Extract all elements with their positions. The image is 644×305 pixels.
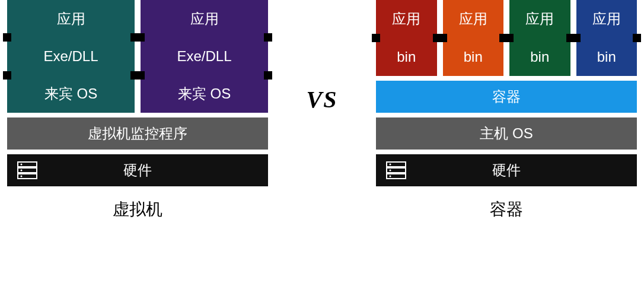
vm-guest-os-cell: 来宾 OS: [141, 75, 268, 113]
container-stack-3: 应用 bin: [509, 0, 570, 76]
container-stack-4: 应用 bin: [576, 0, 637, 76]
svg-point-4: [21, 170, 23, 171]
container-side: 应用 bin 应用 bin 应用 bin 应用 bin 容器 主机 OS: [369, 0, 644, 305]
svg-point-5: [21, 176, 23, 177]
vm-vs-container-diagram: 应用 Exe/DLL 来宾 OS 应用 Exe/DLL 来宾 OS 虚拟机监控程…: [0, 0, 644, 305]
container-bin-cell: bin: [509, 38, 570, 76]
vs-badge: VS: [298, 83, 346, 116]
vm-stack-2: 应用 Exe/DLL 来宾 OS: [141, 0, 268, 113]
vm-stacks: 应用 Exe/DLL 来宾 OS 应用 Exe/DLL 来宾 OS: [7, 0, 268, 113]
svg-point-10: [390, 170, 391, 171]
vm-caption: 虚拟机: [7, 186, 268, 221]
container-caption: 容器: [376, 186, 637, 221]
svg-point-9: [390, 164, 391, 166]
vm-app-cell: 应用: [141, 0, 268, 37]
hardware-label: 硬件: [492, 161, 521, 180]
hardware-bar: 硬件: [7, 154, 268, 186]
server-icon: [15, 158, 39, 182]
vm-side: 应用 Exe/DLL 来宾 OS 应用 Exe/DLL 来宾 OS 虚拟机监控程…: [0, 0, 369, 305]
container-bin-cell: bin: [376, 38, 437, 76]
svg-point-3: [21, 164, 23, 166]
vm-exe-cell: Exe/DLL: [7, 37, 135, 75]
container-engine-bar: 容器: [376, 81, 637, 113]
container-app-cell: 应用: [376, 0, 437, 38]
vm-guest-os-cell: 来宾 OS: [7, 75, 135, 113]
hypervisor-bar: 虚拟机监控程序: [7, 117, 268, 150]
svg-point-11: [390, 176, 391, 177]
hardware-bar: 硬件: [376, 154, 637, 186]
host-os-bar: 主机 OS: [376, 117, 637, 150]
container-app-cell: 应用: [509, 0, 570, 38]
vm-stack-1: 应用 Exe/DLL 来宾 OS: [7, 0, 135, 113]
container-stack-1: 应用 bin: [376, 0, 437, 76]
container-bin-cell: bin: [443, 38, 504, 76]
container-app-cell: 应用: [576, 0, 637, 38]
vm-infra: 虚拟机监控程序 硬件: [7, 117, 268, 186]
vm-app-cell: 应用: [7, 0, 135, 37]
container-bin-cell: bin: [576, 38, 637, 76]
container-infra: 主机 OS 硬件: [376, 117, 637, 186]
container-app-cell: 应用: [443, 0, 504, 38]
vm-exe-cell: Exe/DLL: [141, 37, 268, 75]
hardware-label: 硬件: [123, 161, 152, 180]
container-stacks: 应用 bin 应用 bin 应用 bin 应用 bin: [376, 0, 637, 76]
server-icon: [384, 158, 408, 182]
container-stack-2: 应用 bin: [443, 0, 504, 76]
